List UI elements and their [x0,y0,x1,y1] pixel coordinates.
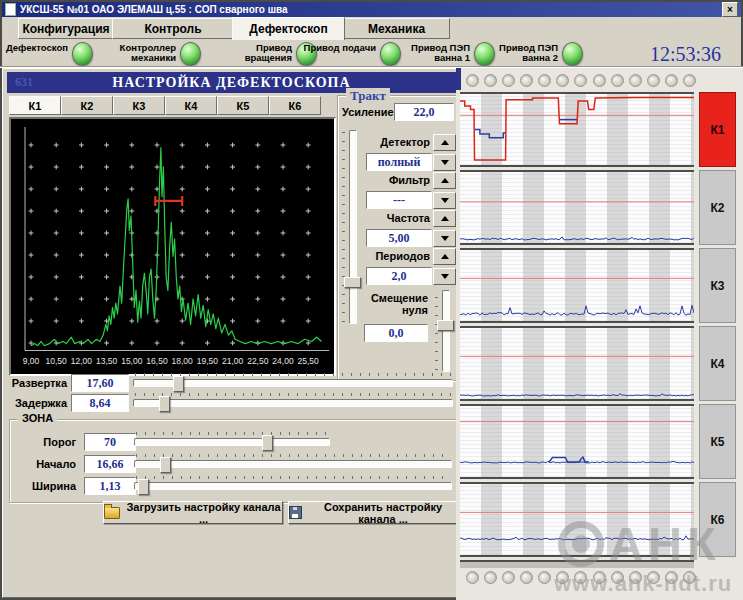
slider-track[interactable] [134,438,330,446]
channel-band-к4 [460,326,694,401]
up-arrow-icon [441,178,449,183]
perforation-hole [593,74,606,87]
channel-tab-к6[interactable]: К6 [269,96,321,115]
save-channel-settings-button[interactable]: Сохранить настройку канала ... [288,501,460,524]
фильтр-label: Фильтр [338,174,430,186]
perforation-hole [593,571,606,584]
gate-start-label: Начало [24,458,76,470]
threshold-slider[interactable] [134,432,330,450]
channel-select-к6[interactable]: К6 [699,482,736,557]
channel-tab-к4[interactable]: К4 [165,96,217,115]
channel-select-к2[interactable]: К2 [699,170,736,245]
channel-tab-к2[interactable]: К2 [61,96,113,115]
частота-label: Частота [338,212,430,224]
channel-select-к3[interactable]: К3 [699,248,736,323]
defectoscope-settings-dialog: 631 НАСТРОЙКА ДЕФЕКТОСКОПА К1К2К3К4К5К6 … [2,68,461,598]
slider-ticks [136,432,328,435]
indicator-label-1: Контроллер механики [100,43,176,63]
spin-down-button[interactable] [433,192,456,209]
delay-value[interactable]: 8,64 [71,394,129,412]
perforation-hole [484,74,497,87]
header-edge [456,68,461,90]
perforation-hole [520,571,533,584]
slider-thumb[interactable] [262,435,273,451]
delay-slider[interactable] [133,393,453,411]
slider-track[interactable] [134,482,452,490]
perforation-hole [502,74,515,87]
slider-thumb[interactable] [159,396,170,412]
spin-up-button[interactable] [433,210,456,227]
title-bar: УКСШ-55 №01 ОАО ЭЛЕМАШ ц.55 : СОП сварно… [2,2,741,17]
perforation-hole [647,571,660,584]
gain-value[interactable]: 22,0 [394,103,454,121]
slider-thumb[interactable] [437,320,454,331]
channel-select-к1[interactable]: К1 [699,92,736,167]
slider-track[interactable] [134,460,452,468]
zero-offset-value[interactable]: 0,0 [364,324,428,342]
spin-down-button[interactable] [433,154,456,171]
application-window: УКСШ-55 №01 ОАО ЭЛЕМАШ ц.55 : СОП сварно… [0,0,743,600]
down-arrow-icon [441,198,449,203]
status-indicator-row: 12:53:36 ДефектоскопКонтроллер механикиП… [0,40,743,66]
slider-ticks [136,476,450,479]
gate-width-slider[interactable] [134,476,452,494]
частота-value[interactable]: 5,00 [366,229,432,247]
фильтр-value[interactable]: --- [366,191,432,209]
spin-down-button[interactable] [433,268,456,285]
indicator-label-3: Привод подачи [300,43,376,53]
slider-thumb[interactable] [138,479,149,495]
down-arrow-icon [441,236,449,241]
slider-thumb[interactable] [160,457,171,473]
slider-thumb[interactable] [344,277,361,288]
gate-start-slider[interactable] [134,454,452,472]
zero-offset-label: Смещение нуля [344,292,428,316]
close-button[interactable]: × [722,2,738,17]
perforation-hole [574,74,587,87]
channel-tab-к3[interactable]: К3 [113,96,165,115]
tab-дефектоскоп[interactable]: Дефектоскоп [232,17,345,40]
slider-track[interactable] [133,399,453,407]
channel-tab-к1[interactable]: К1 [9,96,61,115]
gate-width-value[interactable]: 1,13 [84,477,136,495]
paper-perforation-top [466,74,696,87]
save-icon [289,506,302,519]
периодов-value[interactable]: 2,0 [366,267,432,285]
channel-tab-к5[interactable]: К5 [217,96,269,115]
spin-up-button[interactable] [433,172,456,189]
perforation-hole [538,74,551,87]
tract-group-label: Тракт [346,88,390,104]
spin-up-button[interactable] [433,248,456,265]
spin-down-button[interactable] [433,230,456,247]
channel-band-к2 [460,170,694,245]
zero-offset-slider[interactable] [435,290,453,372]
perforation-hole [484,571,497,584]
clock: 12:53:36 [650,43,721,66]
zone-group: ЗОНА Порог70Начало16,66Ширина1,13 [9,419,458,503]
up-arrow-icon [441,140,449,145]
slider-track[interactable] [442,290,450,372]
sweep-value[interactable]: 17,60 [71,374,129,392]
svg-text:9,00: 9,00 [23,356,40,366]
perforation-hole [629,74,642,87]
tract-group: Тракт Усиление22,0ДетекторполныйФильтр--… [337,95,458,381]
tab-конфигурация[interactable]: Конфигурация [18,18,114,39]
zone-group-label: ЗОНА [18,412,57,424]
slider-thumb[interactable] [173,376,184,392]
gain-label: Усиление [342,106,394,118]
led-icon [380,42,401,66]
gate-start-value[interactable]: 16,66 [84,455,136,473]
threshold-value[interactable]: 70 [84,433,136,451]
perforation-hole [665,571,678,584]
детектор-value[interactable]: полный [366,153,432,171]
tab-механика[interactable]: Механика [343,18,450,39]
sweep-slider[interactable] [133,373,453,391]
channel-select-к5[interactable]: К5 [699,404,736,479]
channel-select-к4[interactable]: К4 [699,326,736,401]
sweep-label: Развертка [9,377,67,389]
indicator-label-0: Дефектоскоп [4,43,68,53]
spin-up-button[interactable] [433,134,456,151]
load-channel-settings-button[interactable]: Загрузить настройку канала ... [103,501,283,524]
tab-контроль[interactable]: Контроль [112,18,234,39]
indicator-label-5: Привод ПЭП ванна 2 [490,43,558,63]
perforation-hole [629,571,642,584]
